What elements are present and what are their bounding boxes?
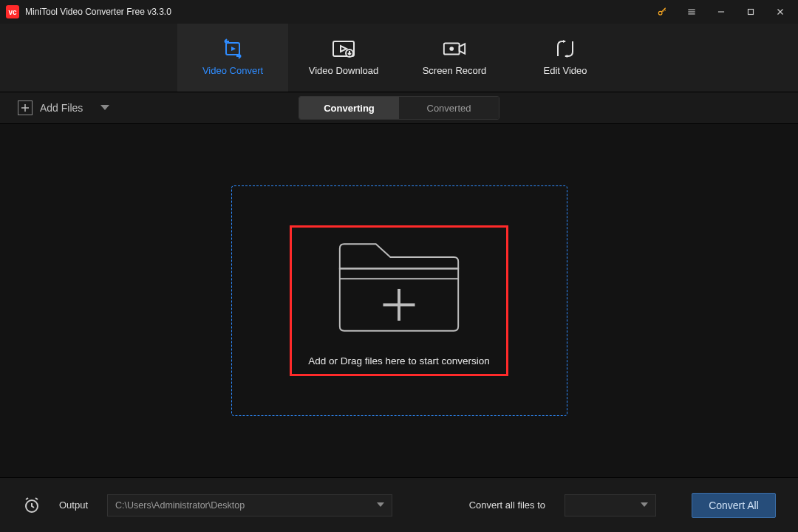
svg-rect-5	[748, 10, 754, 15]
tab-label: Video Download	[309, 65, 378, 76]
dropzone[interactable]: Add or Drag files here to start conversi…	[290, 225, 508, 376]
output-path-value: C:\Users\Administrator\Desktop	[115, 500, 245, 511]
window-title: MiniTool Video Converter Free v3.3.0	[25, 7, 171, 17]
bottom-bar: Output C:\Users\Administrator\Desktop Co…	[0, 477, 798, 532]
download-icon	[331, 40, 356, 58]
svg-marker-9	[231, 47, 236, 51]
conversion-state-segmented: Converting Converted	[299, 96, 499, 120]
chevron-down-icon	[641, 502, 648, 508]
chevron-down-icon	[100, 105, 109, 111]
svg-marker-23	[641, 502, 648, 507]
tab-label: Edit Video	[543, 65, 587, 76]
scheduler-button[interactable]	[22, 496, 41, 515]
svg-point-14	[449, 47, 454, 51]
output-format-select[interactable]	[565, 494, 656, 516]
edit-icon	[553, 40, 578, 58]
seg-converting[interactable]: Converting	[299, 97, 399, 119]
tab-label: Screen Record	[423, 65, 487, 76]
svg-marker-11	[341, 46, 347, 52]
titlebar: vc MiniTool Video Converter Free v3.3.0	[0, 0, 798, 24]
tab-video-download[interactable]: Video Download	[288, 24, 399, 92]
svg-marker-22	[377, 502, 384, 507]
app-logo-icon: vc	[6, 5, 19, 18]
tab-video-convert[interactable]: Video Convert	[177, 24, 288, 92]
convert-icon	[220, 40, 245, 58]
svg-point-0	[658, 11, 662, 15]
main-tabbar: Video Convert Video Download	[0, 24, 798, 92]
output-path-select[interactable]: C:\Users\Administrator\Desktop	[107, 494, 392, 516]
add-files-label: Add Files	[40, 102, 83, 114]
convert-all-to-label: Convert all files to	[469, 499, 545, 511]
minimize-button[interactable]	[706, 0, 736, 24]
add-files-button[interactable]: Add Files	[18, 100, 109, 115]
tab-screen-record[interactable]: Screen Record	[399, 24, 510, 92]
add-files-plus-icon	[18, 100, 33, 115]
close-button[interactable]	[765, 0, 795, 24]
folder-plus-icon	[334, 236, 464, 339]
dropzone-outline: Add or Drag files here to start conversi…	[231, 185, 567, 416]
output-label: Output	[59, 499, 88, 511]
record-icon	[442, 40, 467, 58]
app-window: vc MiniTool Video Converter Free v3.3.0	[0, 0, 798, 532]
tab-label: Video Convert	[202, 65, 263, 76]
chevron-down-icon	[377, 502, 384, 508]
tab-edit-video[interactable]: Edit Video	[510, 24, 621, 92]
upgrade-key-button[interactable]	[647, 0, 677, 24]
toolbar: Add Files Converting Converted	[0, 92, 798, 124]
convert-all-button[interactable]: Convert All	[692, 493, 776, 518]
svg-marker-17	[100, 105, 109, 110]
seg-converted[interactable]: Converted	[399, 97, 499, 119]
dropzone-hint: Add or Drag files here to start conversi…	[308, 355, 489, 366]
content-area: Add or Drag files here to start conversi…	[0, 124, 798, 477]
maximize-button[interactable]	[736, 0, 765, 24]
menu-button[interactable]	[677, 0, 706, 24]
